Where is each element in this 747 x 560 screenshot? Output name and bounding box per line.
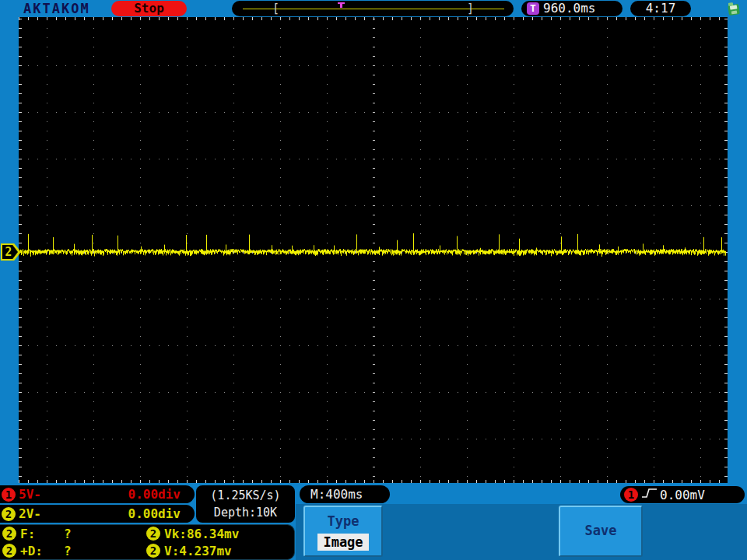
measurement-channel-badge: 2 [146,544,160,558]
measurements-panel: 2 F: ? 2 Vk: 86.34mv 2 +D: ? 2 V: 4.237m… [0,524,295,560]
trigger-time-readout: T 960.0ms [521,1,622,16]
top-status-bar: AKTAKOM Stop [ ] T 960.0ms 4:17 [0,0,747,17]
trigger-t-icon: T [527,2,539,15]
channel2-marker-label: 2 [4,245,13,259]
trigger-marker-stem [340,4,342,8]
type-menu-label: Type [305,513,381,529]
sample-rate: (1.25KS/s) [210,488,280,502]
measurement-label: F: [20,527,64,541]
trigger-position-bar[interactable]: [ ] [232,1,514,16]
measurement-value: ? [64,527,72,541]
acquisition-info-box: (1.25KS/s) Depth:10K [196,485,295,523]
channel1-readout-row: 1 5V- 0.00div [0,485,195,503]
channel1-scale: 5V- [19,487,41,502]
measurement-channel-badge: 2 [146,527,160,541]
graticule-waveform-canvas [19,17,728,483]
save-button-label: Save [585,523,617,538]
bottom-panel: 1 5V- 0.00div 2 2V- 0.00div (1.25KS/s) D… [0,484,747,560]
channel2-badge: 2 [2,507,16,521]
channel2-position: 0.00div [128,506,181,521]
trigger-level-readout: 1 0.00mV [620,486,745,503]
save-button[interactable]: Save [559,506,643,557]
clock: 4:17 [630,1,691,16]
type-menu-button[interactable]: Type Image [303,506,383,557]
view-window-left-bracket: [ [272,1,279,16]
trigger-source-badge: 1 [624,488,638,502]
usb-storage-icon [726,2,742,19]
measurement-vpk: 2 Vk: 86.34mv [144,525,294,542]
rising-edge-icon [641,487,658,502]
memory-depth: Depth:10K [214,506,277,520]
measurement-duty: 2 +D: ? [0,542,144,559]
channel2-readout-row: 2 2V- 0.00div [0,505,195,523]
channel2-scale: 2V- [19,506,41,521]
run-stop-label: Stop [134,1,164,16]
run-stop-button[interactable]: Stop [111,1,187,16]
measurement-vrms: 2 V: 4.237mv [144,542,294,559]
view-window-right-bracket: ] [467,1,474,16]
measurement-label: V: [164,544,179,558]
measurement-channel-badge: 2 [2,544,16,558]
trigger-level-value: 0.00mV [660,488,705,502]
measurement-value: 4.237mv [179,544,231,558]
measurement-frequency: 2 F: ? [0,525,144,542]
measurement-channel-badge: 2 [2,527,16,541]
record-length-line [243,9,504,9]
oscilloscope-screen: AKTAKOM Stop [ ] T 960.0ms 4:17 [0,0,747,560]
type-menu-selected-value[interactable]: Image [317,534,368,551]
trigger-position-marker-icon[interactable] [338,2,345,8]
brand-logo: AKTAKOM [23,0,90,17]
trigger-time-value: 960.0ms [543,1,595,16]
timebase-readout: M:400ms [300,485,390,503]
waveform-display [19,17,728,483]
channel1-position: 0.00div [128,487,181,502]
measurement-value: 86.34mv [187,527,239,541]
measurement-label: +D: [20,544,64,558]
channel1-badge: 1 [2,488,16,502]
measurement-value: ? [64,544,72,558]
channel2-position-marker[interactable]: 2 [1,243,21,261]
measurement-label: Vk: [164,527,187,541]
